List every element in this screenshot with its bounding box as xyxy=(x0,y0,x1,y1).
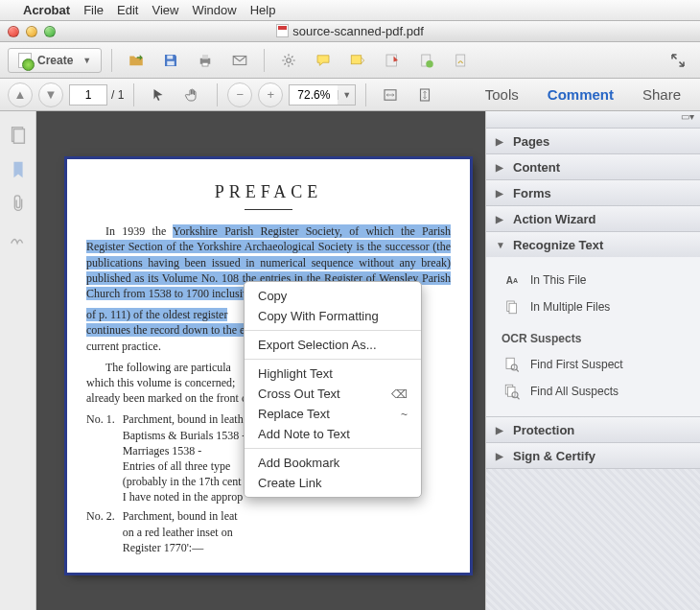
minimize-window-button[interactable] xyxy=(26,26,37,37)
document-viewport[interactable]: PREFACE In 1939 the Yorkshire Parish Reg… xyxy=(36,111,485,610)
open-file-button[interactable] xyxy=(122,48,151,73)
ctx-copy-formatting[interactable]: Copy With Formatting xyxy=(245,306,421,326)
email-button[interactable] xyxy=(225,48,254,73)
svg-point-6 xyxy=(287,58,292,62)
next-page-button[interactable]: ▼ xyxy=(38,82,63,107)
chevron-right-icon: ▶ xyxy=(496,162,505,173)
zoom-select[interactable]: ▼ xyxy=(289,84,356,106)
ctx-copy[interactable]: Copy xyxy=(245,286,421,306)
system-menubar: Acrobat File Edit View Window Help xyxy=(0,0,700,21)
attach-page-button[interactable] xyxy=(412,48,441,73)
recognize-in-this-file[interactable]: AA In This File xyxy=(503,267,687,293)
stamp-button[interactable] xyxy=(378,48,407,73)
ctx-cross-out-text[interactable]: Cross Out Text⌫ xyxy=(245,384,421,404)
ctx-add-bookmark[interactable]: Add Bookmark xyxy=(245,453,421,473)
svg-rect-4 xyxy=(202,62,208,66)
page-number-input[interactable] xyxy=(69,84,107,106)
save-button[interactable] xyxy=(156,48,185,73)
toolbar-separator xyxy=(217,83,218,106)
svg-point-10 xyxy=(427,60,434,68)
ctx-export-selection[interactable]: Export Selection As... xyxy=(245,335,421,355)
create-page-icon xyxy=(18,53,32,68)
acc-sign-certify[interactable]: ▶Sign & Certify xyxy=(486,443,700,468)
chevron-right-icon: ▶ xyxy=(496,425,505,435)
help-menu[interactable]: Help xyxy=(250,3,276,17)
acc-protection[interactable]: ▶Protection xyxy=(486,417,700,442)
attachments-icon[interactable] xyxy=(8,194,29,215)
ctx-add-note[interactable]: Add Note to Text xyxy=(245,424,421,444)
fit-page-button[interactable] xyxy=(410,82,439,107)
chevron-down-icon: ▼ xyxy=(82,56,91,65)
primary-toolbar: Create ▼ xyxy=(0,42,700,79)
fullscreen-button[interactable] xyxy=(664,48,692,73)
print-button[interactable] xyxy=(191,48,220,73)
select-tool-button[interactable] xyxy=(144,82,173,107)
acc-pages[interactable]: ▶Pages xyxy=(486,129,700,153)
recognize-in-multiple-files[interactable]: In Multiple Files xyxy=(503,293,687,320)
svg-rect-1 xyxy=(168,60,175,65)
signatures-icon[interactable] xyxy=(8,228,29,249)
panel-menu-button[interactable]: ▭▾ xyxy=(486,111,700,129)
comment-tab[interactable]: Comment xyxy=(536,86,625,103)
create-label: Create xyxy=(37,54,73,67)
prev-page-button[interactable]: ▲ xyxy=(8,82,33,107)
chevron-down-icon: ▼ xyxy=(496,240,505,250)
chevron-down-icon[interactable]: ▼ xyxy=(338,90,355,100)
acc-content[interactable]: ▶Content xyxy=(486,154,700,179)
hand-tool-button[interactable] xyxy=(178,82,207,107)
window-menu[interactable]: Window xyxy=(192,3,236,17)
acc-forms[interactable]: ▶Forms xyxy=(486,180,700,205)
svg-rect-0 xyxy=(168,55,174,59)
acc-recognize-text[interactable]: ▼Recognize Text xyxy=(486,232,700,257)
find-first-suspect[interactable]: Find First Suspect xyxy=(503,351,687,378)
view-menu[interactable]: View xyxy=(152,3,178,17)
close-window-button[interactable] xyxy=(8,26,19,37)
tools-tab[interactable]: Tools xyxy=(474,86,530,103)
fit-width-button[interactable] xyxy=(376,82,405,107)
app-menu[interactable]: Acrobat xyxy=(23,3,70,17)
find-all-suspects[interactable]: Find All Suspects xyxy=(503,378,687,405)
sign-button[interactable] xyxy=(447,48,476,73)
chevron-right-icon: ▶ xyxy=(496,188,505,199)
thumbnails-icon[interactable] xyxy=(8,125,29,146)
svg-rect-15 xyxy=(13,129,24,144)
pages-icon xyxy=(503,298,521,316)
pdf-file-icon xyxy=(276,24,289,37)
backspace-icon: ⌫ xyxy=(391,387,408,401)
share-tab[interactable]: Share xyxy=(631,86,692,103)
ctx-replace-text[interactable]: Replace Text~ xyxy=(245,404,421,424)
zoom-input[interactable] xyxy=(290,85,338,105)
page-heading: PREFACE xyxy=(86,180,451,203)
zoom-out-button[interactable]: − xyxy=(227,82,252,107)
create-button[interactable]: Create ▼ xyxy=(8,48,102,73)
zoom-in-button[interactable]: + xyxy=(258,82,283,107)
settings-button[interactable] xyxy=(274,48,303,73)
chevron-right-icon: ▶ xyxy=(496,136,505,147)
file-menu[interactable]: File xyxy=(83,3,104,17)
bookmarks-icon[interactable] xyxy=(8,159,29,180)
navigation-toolbar: ▲ ▼ / 1 − + ▼ Tools Comment Share xyxy=(0,79,700,111)
svg-rect-11 xyxy=(456,55,465,66)
svg-rect-18 xyxy=(506,358,514,368)
ctx-highlight-text[interactable]: Highlight Text xyxy=(245,364,421,384)
page-total-label: / 1 xyxy=(111,88,124,102)
svg-rect-7 xyxy=(352,55,362,63)
text-file-icon: AA xyxy=(503,271,521,289)
toolbar-separator xyxy=(133,83,134,106)
zoom-window-button[interactable] xyxy=(44,26,56,37)
context-menu: Copy Copy With Formatting Export Selecti… xyxy=(244,281,422,498)
list-item: No. 2. Parchment, bound in leat on a red… xyxy=(86,508,451,555)
left-nav-rail xyxy=(0,111,36,610)
svg-rect-3 xyxy=(202,55,208,59)
workspace: PREFACE In 1939 the Yorkshire Parish Reg… xyxy=(0,111,700,610)
ocr-suspects-heading: OCR Suspects xyxy=(502,332,687,345)
comment-bubble-button[interactable] xyxy=(309,48,338,73)
ctx-create-link[interactable]: Create Link xyxy=(245,473,421,493)
window-titlebar: source-scanned-pdf.pdf xyxy=(0,21,700,42)
edit-menu[interactable]: Edit xyxy=(117,3,138,17)
tilde-icon: ~ xyxy=(401,408,408,421)
panel-empty-area xyxy=(486,469,700,610)
acc-action-wizard[interactable]: ▶Action Wizard xyxy=(486,206,700,231)
heading-rule xyxy=(245,209,292,210)
highlight-tool-button[interactable] xyxy=(343,48,372,73)
